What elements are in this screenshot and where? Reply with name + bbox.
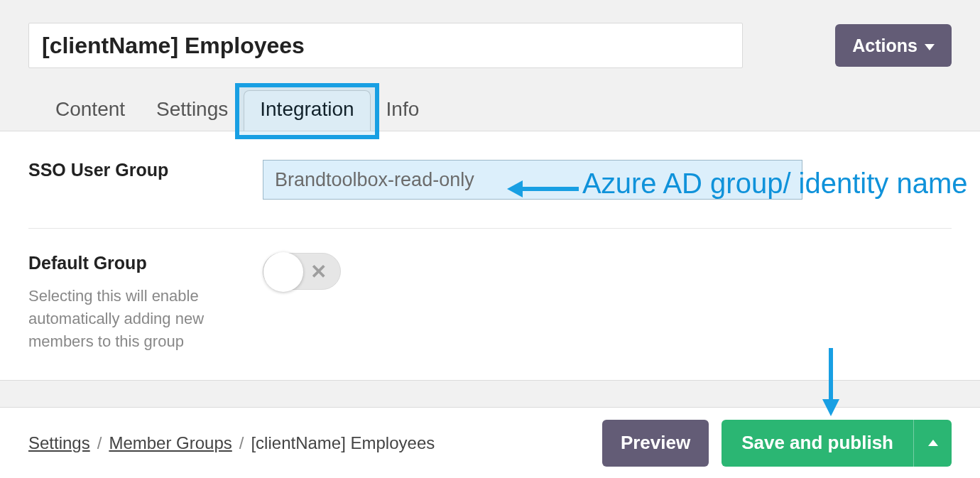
save-button-group: Save and publish bbox=[722, 420, 952, 467]
default-group-toggle[interactable]: ✕ bbox=[263, 253, 341, 290]
footer-bar: Settings / Member Groups / [clientName] … bbox=[0, 407, 980, 478]
tab-label: Settings bbox=[156, 98, 228, 120]
tab-info[interactable]: Info bbox=[371, 91, 435, 131]
default-group-label: Default Group bbox=[28, 253, 263, 273]
sso-user-group-input[interactable]: Brandtoolbox-read-only bbox=[263, 160, 802, 200]
field-sso-label-col: SSO User Group bbox=[28, 160, 263, 200]
toggle-knob bbox=[263, 252, 303, 292]
tab-settings[interactable]: Settings bbox=[141, 91, 244, 131]
field-default-group-label-col: Default Group Selecting this will enable… bbox=[28, 253, 263, 353]
save-dropdown-button[interactable] bbox=[913, 420, 952, 467]
field-sso-row: SSO User Group Brandtoolbox-read-only bbox=[0, 131, 980, 200]
breadcrumb-sep: / bbox=[97, 433, 102, 453]
tab-content[interactable]: Content bbox=[40, 91, 141, 131]
tab-label: Info bbox=[386, 98, 420, 120]
main-panel: SSO User Group Brandtoolbox-read-only De… bbox=[0, 131, 980, 381]
tab-strip: Content Settings Integration Info bbox=[0, 68, 980, 131]
tab-integration[interactable]: Integration bbox=[244, 90, 370, 131]
tab-label: Content bbox=[55, 98, 125, 120]
field-default-group-row: Default Group Selecting this will enable… bbox=[0, 229, 980, 353]
actions-button[interactable]: Actions bbox=[835, 24, 952, 67]
page-title-input[interactable] bbox=[28, 23, 743, 68]
close-icon: ✕ bbox=[310, 260, 327, 283]
field-sso-value-col: Brandtoolbox-read-only bbox=[263, 160, 940, 200]
save-and-publish-button[interactable]: Save and publish bbox=[722, 420, 913, 467]
field-default-group-value-col: ✕ bbox=[263, 253, 940, 353]
save-button-label: Save and publish bbox=[741, 432, 893, 453]
breadcrumb-settings[interactable]: Settings bbox=[28, 433, 90, 453]
breadcrumb-sep: / bbox=[239, 433, 244, 453]
sso-user-group-value: Brandtoolbox-read-only bbox=[275, 169, 474, 191]
preview-button[interactable]: Preview bbox=[602, 420, 709, 467]
breadcrumb: Settings / Member Groups / [clientName] … bbox=[28, 433, 435, 453]
caret-down-icon bbox=[925, 44, 935, 50]
sso-label: SSO User Group bbox=[28, 160, 263, 180]
breadcrumb-member-groups[interactable]: Member Groups bbox=[109, 433, 232, 453]
breadcrumb-current: [clientName] Employees bbox=[251, 433, 435, 453]
preview-button-label: Preview bbox=[621, 432, 690, 453]
caret-up-icon bbox=[928, 440, 938, 446]
default-group-help: Selecting this will enable automatically… bbox=[28, 285, 227, 353]
tab-label: Integration bbox=[260, 98, 354, 120]
actions-button-label: Actions bbox=[852, 36, 918, 56]
header-row: Actions bbox=[0, 0, 980, 68]
